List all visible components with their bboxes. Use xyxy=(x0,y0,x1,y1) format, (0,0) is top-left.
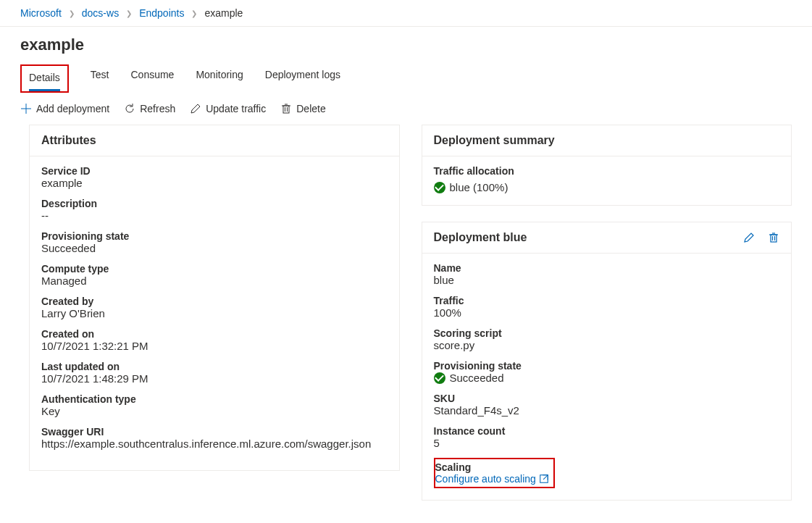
field-label: Traffic xyxy=(434,295,780,306)
field-label: Swagger URI xyxy=(41,426,388,438)
field-label: Scaling xyxy=(435,461,549,473)
field-label: Traffic allocation xyxy=(434,165,780,177)
deployment-summary-panel: Deployment summary Traffic allocation bl… xyxy=(422,125,792,206)
sku-value: Standard_F4s_v2 xyxy=(434,404,780,417)
plus-icon xyxy=(20,103,32,114)
highlight-box: Scaling Configure auto scaling xyxy=(434,458,555,488)
auth-type-value: Key xyxy=(41,405,388,417)
deployment-panel: Deployment blue Name blue Traffic 100% S… xyxy=(422,222,792,501)
update-traffic-button[interactable]: Update traffic xyxy=(190,103,266,114)
trash-icon[interactable] xyxy=(768,232,779,243)
field-label: Authentication type xyxy=(41,393,388,405)
field-label: Compute type xyxy=(41,263,388,275)
tab-test[interactable]: Test xyxy=(91,64,109,93)
field-label: SKU xyxy=(434,393,780,404)
panel-header: Attributes xyxy=(30,125,399,156)
highlight-box: Details xyxy=(20,64,69,93)
trash-icon xyxy=(280,103,292,114)
add-deployment-button[interactable]: Add deployment xyxy=(20,103,109,114)
breadcrumb-link[interactable]: Endpoints xyxy=(139,7,184,19)
tab-monitoring[interactable]: Monitoring xyxy=(196,64,243,93)
service-id-value: example xyxy=(41,177,388,189)
chevron-right-icon: ❯ xyxy=(191,9,197,17)
configure-auto-scaling-link[interactable]: Configure auto scaling xyxy=(435,473,549,485)
compute-type-value: Managed xyxy=(41,275,388,287)
toolbar-label: Delete xyxy=(296,103,325,114)
scoring-script-value: score.py xyxy=(434,339,780,351)
refresh-button[interactable]: Refresh xyxy=(124,103,175,114)
field-label: Created by xyxy=(41,296,388,307)
toolbar-label: Update traffic xyxy=(206,103,266,114)
toolbar-label: Add deployment xyxy=(36,103,109,114)
breadcrumb-link[interactable]: Microsoft xyxy=(20,7,62,19)
field-label: Name xyxy=(434,262,780,274)
chevron-right-icon: ❯ xyxy=(126,9,132,17)
panel-header: Deployment blue xyxy=(434,231,527,244)
tab-deployment-logs[interactable]: Deployment logs xyxy=(265,64,340,93)
traffic-allocation-value: blue (100%) xyxy=(450,181,508,193)
tab-details[interactable]: Details xyxy=(29,67,60,91)
field-label: Service ID xyxy=(41,165,388,177)
field-label: Instance count xyxy=(434,425,780,437)
toolbar: Add deployment Refresh Update traffic De… xyxy=(0,93,812,125)
svg-rect-2 xyxy=(283,106,289,113)
refresh-icon xyxy=(124,103,135,114)
pencil-icon xyxy=(190,103,201,114)
breadcrumb: Microsoft ❯ docs-ws ❯ Endpoints ❯ exampl… xyxy=(0,0,812,27)
field-label: Scoring script xyxy=(434,327,780,339)
created-by-value: Larry O'Brien xyxy=(41,307,388,319)
deployment-provisioning-value: Succeeded xyxy=(450,372,504,384)
check-circle-icon xyxy=(434,372,445,384)
field-label: Last updated on xyxy=(41,361,388,372)
field-label: Created on xyxy=(41,328,388,340)
description-value: -- xyxy=(41,209,388,222)
created-on-value: 10/7/2021 1:32:21 PM xyxy=(41,340,388,352)
svg-rect-7 xyxy=(771,235,777,242)
field-label: Provisioning state xyxy=(41,230,388,242)
instance-count-value: 5 xyxy=(434,437,780,449)
external-link-icon xyxy=(539,474,549,484)
field-label: Description xyxy=(41,198,388,209)
svg-line-13 xyxy=(543,475,548,480)
breadcrumb-current: example xyxy=(204,7,243,19)
link-label: Configure auto scaling xyxy=(435,473,536,485)
swagger-uri-value: https://example.southcentralus.inference… xyxy=(41,438,388,450)
deployment-name-value: blue xyxy=(434,274,780,286)
page-title: example xyxy=(0,27,812,54)
chevron-right-icon: ❯ xyxy=(69,9,75,17)
attributes-panel: Attributes Service ID example Descriptio… xyxy=(29,125,400,471)
tab-consume[interactable]: Consume xyxy=(130,64,174,93)
delete-button[interactable]: Delete xyxy=(280,103,325,114)
panel-header: Deployment summary xyxy=(422,125,792,156)
provisioning-state-value: Succeeded xyxy=(41,242,388,254)
deployment-traffic-value: 100% xyxy=(434,306,780,319)
breadcrumb-link[interactable]: docs-ws xyxy=(82,7,119,19)
toolbar-label: Refresh xyxy=(140,103,175,114)
check-circle-icon xyxy=(434,182,445,193)
field-label: Provisioning state xyxy=(434,360,780,372)
pencil-icon[interactable] xyxy=(743,232,755,243)
tab-bar: Details Test Consume Monitoring Deployme… xyxy=(0,54,812,93)
updated-on-value: 10/7/2021 1:48:29 PM xyxy=(41,372,388,385)
